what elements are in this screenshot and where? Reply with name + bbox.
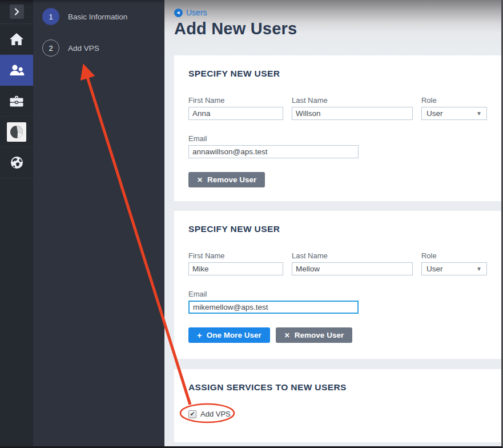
icon-rail bbox=[0, 0, 33, 446]
x-icon: ✕ bbox=[284, 331, 290, 339]
home-icon bbox=[10, 33, 23, 46]
last-name-input[interactable] bbox=[292, 262, 413, 275]
app-logo-icon bbox=[7, 122, 26, 142]
first-name-input[interactable] bbox=[188, 107, 283, 120]
user-card-1: SPECIFY NEW USER First Name Last Name Ro… bbox=[174, 55, 501, 201]
section-heading: ASSIGN SERVICES TO NEW USERS bbox=[188, 382, 487, 393]
last-name-label: Last Name bbox=[292, 96, 413, 105]
email-input[interactable] bbox=[188, 145, 359, 158]
step-number-badge: 1 bbox=[42, 8, 59, 25]
email-input[interactable] bbox=[188, 301, 359, 314]
x-icon: ✕ bbox=[197, 176, 203, 184]
globe-icon bbox=[10, 156, 23, 169]
sidebar-item-users[interactable] bbox=[0, 55, 33, 86]
role-select[interactable]: User ▼ bbox=[421, 262, 487, 275]
sidebar-item-briefcase[interactable] bbox=[0, 86, 33, 117]
step-number-badge: 2 bbox=[42, 39, 59, 57]
remove-user-label: Remove User bbox=[207, 175, 256, 184]
plus-icon: + bbox=[197, 330, 202, 340]
step-label: Add VPS bbox=[68, 44, 99, 53]
section-heading: SPECIFY NEW USER bbox=[188, 224, 487, 234]
add-vps-checkbox-row: ✔ Add VPS bbox=[188, 410, 487, 418]
role-label: Role bbox=[421, 96, 487, 105]
wizard-step-basic-information[interactable]: 1 Basic Information bbox=[42, 8, 164, 25]
back-arrow-icon: ◂ bbox=[174, 9, 183, 17]
briefcase-icon bbox=[10, 95, 23, 107]
last-name-input[interactable] bbox=[292, 107, 413, 120]
wizard-step-add-vps[interactable]: 2 Add VPS bbox=[42, 39, 164, 57]
breadcrumb-users-link[interactable]: ◂ Users bbox=[174, 8, 207, 17]
last-name-label: Last Name bbox=[292, 251, 413, 260]
sidebar-item-globe[interactable] bbox=[0, 147, 33, 178]
app-window: 1 Basic Information 2 Add VPS ◂ Users Ad… bbox=[0, 0, 503, 448]
section-heading: SPECIFY NEW USER bbox=[188, 69, 487, 79]
main-content: ◂ Users Add New Users SPECIFY NEW USER F… bbox=[164, 0, 501, 446]
one-more-user-button[interactable]: + One More User bbox=[188, 327, 270, 343]
first-name-input[interactable] bbox=[188, 262, 283, 275]
role-selected-value: User bbox=[426, 265, 443, 273]
step-label: Basic Information bbox=[68, 13, 127, 21]
users-icon bbox=[9, 65, 25, 76]
user-card-2: SPECIFY NEW USER First Name Last Name Ro… bbox=[174, 211, 501, 359]
remove-user-button[interactable]: ✕ Remove User bbox=[188, 172, 265, 187]
role-label: Role bbox=[421, 251, 487, 260]
remove-user-label: Remove User bbox=[295, 331, 344, 339]
page-header: ◂ Users Add New Users bbox=[164, 0, 501, 55]
expand-sidebar-button[interactable] bbox=[0, 0, 33, 24]
sidebar-item-home[interactable] bbox=[0, 24, 33, 55]
chevron-right-icon bbox=[10, 5, 24, 19]
add-vps-checkbox[interactable]: ✔ bbox=[188, 410, 196, 418]
wizard-sidebar: 1 Basic Information 2 Add VPS bbox=[33, 0, 164, 446]
chevron-down-icon: ▼ bbox=[476, 111, 482, 117]
page-title: Add New Users bbox=[174, 19, 501, 38]
breadcrumb-label: Users bbox=[186, 8, 207, 17]
one-more-user-label: One More User bbox=[207, 331, 261, 339]
remove-user-button[interactable]: ✕ Remove User bbox=[276, 327, 352, 343]
add-vps-checkbox-label: Add VPS bbox=[200, 410, 231, 418]
email-label: Email bbox=[188, 290, 487, 298]
sidebar-item-app-logo[interactable] bbox=[0, 117, 33, 147]
email-label: Email bbox=[188, 134, 487, 143]
role-select[interactable]: User ▼ bbox=[421, 107, 487, 120]
assign-services-card: ASSIGN SERVICES TO NEW USERS ✔ Add VPS bbox=[174, 369, 501, 442]
role-selected-value: User bbox=[426, 109, 443, 118]
first-name-label: First Name bbox=[188, 96, 283, 105]
first-name-label: First Name bbox=[188, 251, 283, 260]
chevron-down-icon: ▼ bbox=[476, 266, 482, 272]
